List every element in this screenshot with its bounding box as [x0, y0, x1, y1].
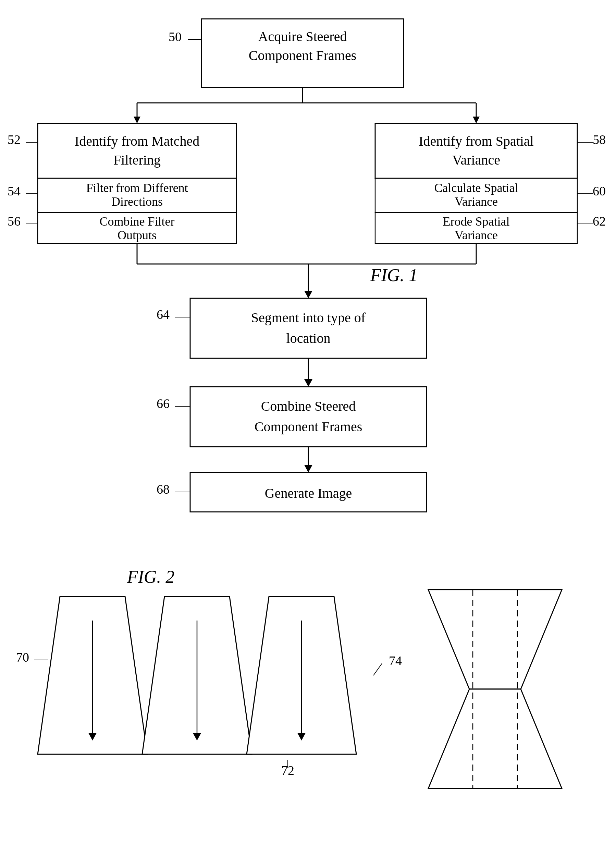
svg-rect-36: [375, 213, 577, 243]
svg-text:64: 64: [157, 307, 170, 322]
flowchart-svg: Acquire Steered Component Frames 50 Iden…: [0, 0, 616, 535]
svg-text:68: 68: [157, 482, 170, 497]
svg-text:Directions: Directions: [111, 195, 163, 209]
svg-rect-54: [190, 387, 427, 447]
svg-text:58: 58: [593, 132, 606, 147]
svg-text:location: location: [286, 331, 331, 346]
svg-marker-53: [304, 379, 312, 387]
svg-text:50: 50: [169, 29, 182, 44]
svg-text:Variance: Variance: [455, 228, 498, 242]
svg-text:Calculate Spatial: Calculate Spatial: [434, 181, 518, 195]
svg-text:Combine Filter: Combine Filter: [100, 215, 175, 228]
svg-text:Segment into type of: Segment into type of: [251, 310, 366, 325]
fig2-svg: FIG. 2 70 72 74: [0, 555, 616, 840]
svg-rect-0: [201, 19, 403, 87]
svg-marker-10: [473, 116, 480, 123]
svg-marker-74: [193, 733, 201, 741]
svg-marker-8: [133, 116, 141, 123]
page: Acquire Steered Component Frames 50 Iden…: [0, 0, 616, 842]
svg-text:Variance: Variance: [455, 195, 498, 209]
svg-marker-67: [38, 597, 147, 754]
svg-text:Identify from Spatial: Identify from Spatial: [419, 133, 534, 149]
svg-text:FIG. 1: FIG. 1: [370, 265, 418, 285]
svg-text:66: 66: [157, 396, 170, 411]
svg-text:70: 70: [16, 650, 29, 664]
svg-rect-11: [38, 123, 236, 178]
svg-text:Acquire Steered: Acquire Steered: [258, 29, 347, 44]
svg-rect-26: [375, 123, 577, 178]
svg-rect-61: [190, 472, 427, 512]
svg-text:Filtering: Filtering: [113, 152, 161, 168]
svg-marker-72: [142, 597, 252, 754]
svg-text:Variance: Variance: [452, 152, 500, 168]
svg-text:Filter from Different: Filter from Different: [86, 181, 188, 195]
svg-text:Outputs: Outputs: [117, 228, 157, 242]
svg-line-81: [373, 663, 382, 675]
svg-text:60: 60: [593, 184, 606, 198]
svg-rect-21: [38, 213, 236, 243]
svg-text:62: 62: [593, 214, 606, 228]
svg-marker-46: [304, 291, 312, 298]
svg-text:FIG. 2: FIG. 2: [127, 567, 175, 586]
svg-text:Combine Steered: Combine Steered: [261, 398, 356, 414]
svg-text:52: 52: [7, 132, 21, 147]
svg-rect-16: [38, 178, 236, 213]
svg-text:Component Frames: Component Frames: [255, 419, 362, 434]
svg-text:72: 72: [281, 763, 294, 777]
svg-marker-82: [428, 590, 562, 689]
svg-text:Identify from Matched: Identify from Matched: [75, 133, 199, 149]
svg-text:Erode Spatial: Erode Spatial: [443, 215, 510, 228]
svg-text:74: 74: [389, 654, 402, 668]
svg-text:54: 54: [7, 184, 21, 198]
svg-rect-31: [375, 178, 577, 213]
svg-marker-69: [88, 733, 97, 741]
svg-marker-83: [428, 689, 562, 789]
svg-marker-60: [304, 465, 312, 472]
svg-text:Component Frames: Component Frames: [249, 48, 356, 63]
svg-rect-47: [190, 298, 427, 358]
svg-text:56: 56: [7, 214, 21, 228]
svg-text:Generate Image: Generate Image: [265, 485, 352, 501]
svg-marker-75: [247, 597, 356, 754]
svg-marker-77: [298, 733, 306, 741]
